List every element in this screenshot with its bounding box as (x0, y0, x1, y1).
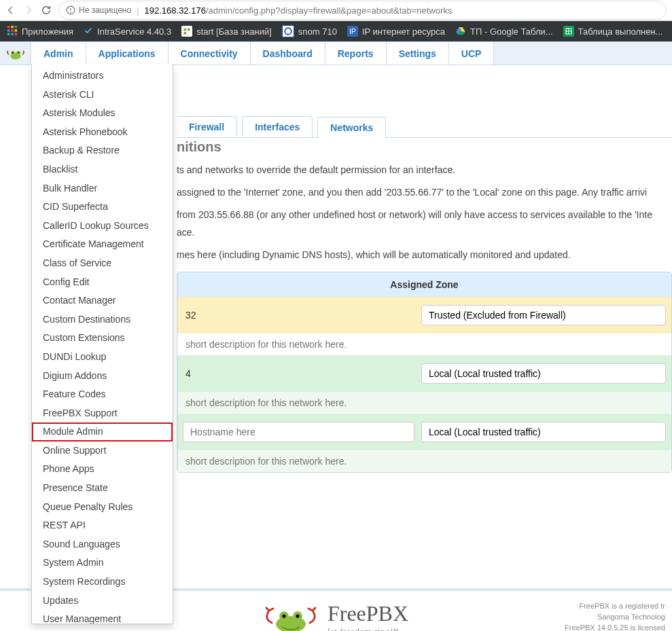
url-text: 192.168.32.176/admin/config.php?display=… (145, 5, 453, 16)
menu-item[interactable]: Presence State (32, 479, 173, 498)
zone-select[interactable]: Trusted (Excluded from Firewall) (421, 305, 666, 325)
desc-input[interactable] (183, 450, 666, 472)
zone-select[interactable]: Local (Local trusted traffic) (421, 363, 666, 384)
svg-point-23 (296, 614, 299, 617)
menu-item[interactable]: Phone Apps (32, 460, 173, 479)
menu-item[interactable]: Digium Addons (32, 367, 173, 386)
menu-item[interactable]: Bulk Handler (32, 179, 173, 198)
menu-item[interactable]: Queue Penalty Rules (32, 498, 173, 517)
intro-p4: mes here (including Dynamic DNS hosts), … (177, 247, 672, 264)
menu-item[interactable]: Certificate Management (32, 235, 173, 254)
nav-connectivity[interactable]: Connectivity (168, 42, 251, 65)
bookmark-snom[interactable]: snom 710 (282, 25, 337, 37)
menu-item[interactable]: DUNDi Lookup (32, 348, 173, 367)
nav-admin[interactable]: Admin (31, 42, 86, 65)
menu-item[interactable]: Class of Service (32, 254, 173, 273)
subtabs: Firewall Interfaces Networks (177, 113, 672, 137)
bookmark-intraservice[interactable]: IntraService 4.40.3 (84, 26, 171, 37)
app-navbar: AdminApplicationsConnectivityDashboardRe… (0, 41, 672, 65)
intro-p3: from 203.55.66.88 (or any other undefine… (177, 206, 672, 240)
brand-logo[interactable] (0, 42, 31, 65)
menu-item[interactable]: CID Superfecta (32, 198, 173, 217)
nav-settings[interactable]: Settings (386, 42, 449, 65)
bookmark-table[interactable]: Таблица выполнен... (563, 26, 663, 37)
drive-icon (455, 26, 466, 37)
svg-rect-10 (15, 33, 18, 35)
svg-rect-9 (11, 33, 14, 35)
nav-forward-icon[interactable] (23, 5, 34, 16)
table-row-desc (177, 392, 671, 414)
menu-item[interactable]: Asterisk Modules (32, 104, 173, 123)
check-icon (84, 26, 93, 37)
separator: | (137, 5, 139, 16)
menu-item[interactable]: REST API (32, 516, 173, 535)
menu-item[interactable]: Updates (32, 592, 173, 611)
net-cell: 32 (183, 310, 414, 321)
svg-rect-11 (182, 26, 192, 36)
table-row-desc (177, 333, 671, 355)
nav-ucp[interactable]: UCP (448, 42, 495, 65)
menu-item[interactable]: System Admin (32, 554, 173, 573)
reload-icon[interactable] (41, 5, 52, 16)
heading-partial: nitions (177, 139, 672, 155)
menu-item[interactable]: Blacklist (32, 160, 173, 179)
browser-toolbar: Не защищено | 192.168.32.176/admin/confi… (0, 0, 672, 21)
menu-item[interactable]: Online Support (32, 441, 173, 461)
svg-point-18 (18, 52, 19, 53)
nav-dashboard[interactable]: Dashboard (250, 42, 325, 65)
svg-point-17 (12, 52, 14, 53)
menu-item[interactable]: Backup & Restore (32, 141, 173, 160)
footer-brand-text: FreePBX (328, 601, 408, 626)
menu-item[interactable]: Administrators (32, 67, 173, 86)
tab-firewall[interactable]: Firewall (177, 116, 237, 137)
menu-item[interactable]: Contact Manager (32, 291, 173, 310)
bookmark-ipresource[interactable]: IP IP интернет ресурса (347, 26, 445, 37)
insecure-badge: Не защищено (66, 5, 131, 15)
bookmark-googletables[interactable]: ТП - Google Табли... (455, 26, 553, 37)
nav-reports[interactable]: Reports (325, 42, 387, 65)
admin-dropdown-list[interactable]: AdministratorsAsterisk CLIAsterisk Modul… (32, 64, 173, 624)
net-cell: 4 (183, 368, 414, 379)
menu-item[interactable]: System Recordings (32, 573, 173, 592)
intro-p1: ts and networks to override the default … (177, 162, 672, 179)
menu-item[interactable]: Custom Extensions (32, 329, 173, 348)
menu-item[interactable]: User Management (32, 610, 173, 624)
svg-rect-5 (7, 29, 10, 32)
bookmark-start[interactable]: start [База знаний] (181, 26, 272, 37)
favicon (282, 25, 294, 37)
menu-item[interactable]: Module Admin (32, 422, 173, 441)
zone-col-header: Assigned Zone (177, 272, 671, 297)
svg-rect-2 (7, 25, 10, 28)
menu-item[interactable]: Asterisk Phonebook (32, 123, 173, 142)
nav-applications[interactable]: Applications (86, 42, 169, 65)
menu-item[interactable]: Custom Destinations (32, 310, 173, 329)
menu-item[interactable]: Config Edit (32, 273, 173, 292)
svg-rect-3 (11, 25, 14, 28)
nav-back-icon[interactable] (5, 5, 16, 16)
svg-rect-7 (15, 29, 18, 32)
address-bar[interactable]: Не защищено | 192.168.32.176/admin/confi… (58, 1, 667, 20)
desc-input[interactable] (183, 333, 666, 355)
menu-item[interactable]: Feature Codes (32, 385, 173, 404)
table-row: 32 Trusted (Excluded from Firewall) (177, 297, 671, 333)
admin-dropdown: AdministratorsAsterisk CLIAsterisk Modul… (31, 64, 173, 624)
tab-networks[interactable]: Networks (317, 117, 386, 138)
table-row-desc (177, 450, 671, 472)
svg-rect-6 (11, 29, 14, 32)
favicon (181, 26, 192, 37)
footer-logo: FreePBX let freedom ring™ (264, 601, 408, 631)
svg-rect-8 (7, 33, 10, 35)
zone-select[interactable]: Local (Local trusted traffic) (421, 422, 666, 442)
svg-point-22 (282, 614, 285, 617)
menu-item[interactable]: Asterisk CLI (32, 86, 173, 105)
menu-item[interactable]: FreePBX Support (32, 404, 173, 423)
menu-item[interactable]: CallerID Lookup Sources (32, 217, 173, 236)
hostname-input[interactable] (183, 422, 414, 442)
frog-icon (6, 46, 25, 61)
apps-shortcut[interactable]: Приложения (7, 25, 73, 38)
svg-point-1 (71, 12, 71, 13)
tab-interfaces[interactable]: Interfaces (242, 116, 313, 137)
menu-item[interactable]: Sound Languages (32, 535, 173, 554)
desc-input[interactable] (183, 392, 666, 414)
favicon: IP (347, 26, 358, 37)
